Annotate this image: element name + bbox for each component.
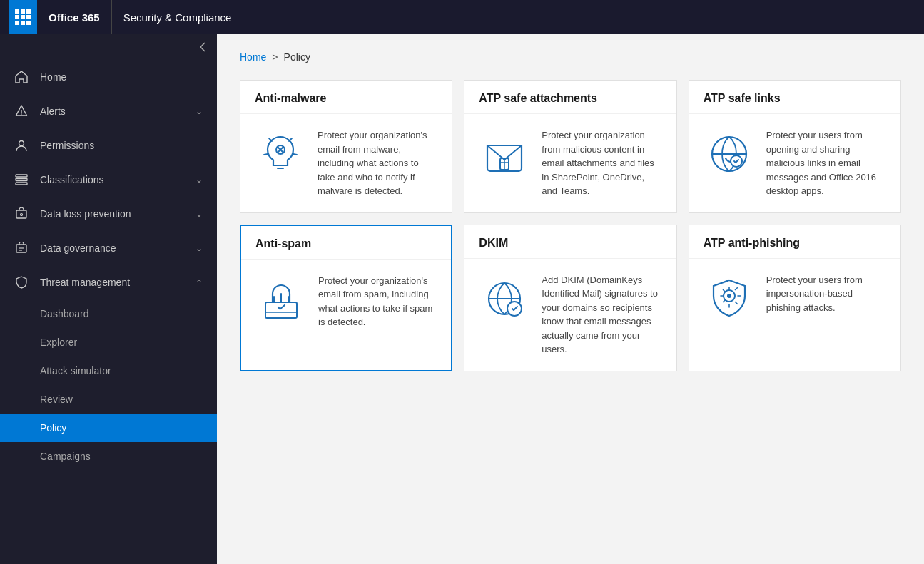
card-anti-malware-body: Protect your organization's email from m…	[240, 114, 452, 212]
home-icon	[14, 70, 29, 84]
sidebar-item-home[interactable]: Home	[0, 60, 217, 94]
sidebar-item-classifications[interactable]: Classifications ⌄	[0, 163, 217, 197]
sidebar-item-label-threat: Threat management	[40, 277, 130, 288]
sidebar-item-permissions[interactable]: Permissions	[0, 128, 217, 163]
sidebar-item-alerts[interactable]: Alerts ⌄	[0, 94, 217, 128]
sidebar-item-label-governance: Data governance	[40, 242, 116, 254]
svg-point-7	[21, 214, 23, 216]
sidebar-item-label-home: Home	[40, 71, 66, 83]
card-atp-safe-attachments-body: Protect your organization from malicious…	[464, 114, 676, 212]
sidebar-sub-item-attack-simulator[interactable]: Attack simulator	[0, 357, 217, 385]
card-dkim-title: DKIM	[464, 225, 676, 259]
card-atp-anti-phishing-title: ATP anti-phishing	[689, 225, 900, 259]
card-anti-malware-title: Anti-malware	[240, 81, 452, 114]
chevron-down-icon: ⌄	[196, 175, 203, 185]
card-atp-safe-links-desc: Protect your users from opening and shar…	[766, 128, 886, 198]
chevron-down-icon: ⌄	[196, 209, 203, 219]
card-atp-safe-links-body: Protect your users from opening and shar…	[689, 114, 900, 212]
card-atp-anti-phishing-body: Protect your users from impersonation-ba…	[689, 259, 900, 371]
svg-rect-16	[265, 302, 297, 318]
card-dkim[interactable]: DKIM Add DKIM (DomainKeys Identified Mai…	[464, 225, 676, 371]
waffle-icon	[15, 9, 31, 25]
card-atp-safe-links[interactable]: ATP safe links Protect your users from o…	[689, 80, 901, 213]
threat-icon	[14, 275, 29, 289]
anti-malware-icon	[255, 128, 306, 180]
card-atp-safe-links-title: ATP safe links	[689, 81, 900, 114]
sidebar-item-label-dlp: Data loss prevention	[40, 208, 131, 220]
chevron-down-icon: ⌄	[196, 243, 203, 253]
office365-label[interactable]: Office 365	[43, 0, 112, 34]
breadcrumb: Home > Policy	[240, 51, 901, 63]
safe-links-icon	[704, 128, 755, 180]
sidebar-sub-item-explorer[interactable]: Explorer	[0, 328, 217, 357]
top-nav: Office 365 Security & Compliance	[0, 0, 924, 34]
sidebar-item-label-alerts: Alerts	[40, 106, 66, 117]
breadcrumb-separator: >	[272, 51, 278, 63]
breadcrumb-current: Policy	[284, 51, 310, 63]
card-anti-spam-body: Protect your organization's email from s…	[241, 260, 451, 370]
policy-cards-grid: Anti-malware Protect your organization's…	[240, 80, 901, 371]
svg-rect-4	[16, 179, 27, 181]
card-atp-safe-attachments-desc: Protect your organization from malicious…	[542, 128, 661, 198]
card-dkim-body: Add DKIM (DomainKeys Identified Mail) si…	[464, 259, 676, 371]
card-atp-safe-attachments[interactable]: ATP safe attachments Protect your organi…	[464, 80, 676, 213]
waffle-button[interactable]	[9, 0, 37, 34]
governance-icon	[14, 241, 29, 255]
sidebar-sub-item-review[interactable]: Review	[0, 385, 217, 414]
svg-point-1	[21, 113, 22, 115]
card-anti-malware-desc: Protect your organization's email from m…	[318, 128, 437, 198]
sidebar-item-dlp[interactable]: Data loss prevention ⌄	[0, 197, 217, 231]
card-anti-spam[interactable]: Anti-spam Protect your organization's em…	[240, 225, 452, 371]
safe-attachments-icon	[479, 128, 530, 180]
breadcrumb-home[interactable]: Home	[240, 51, 266, 63]
chevron-up-icon: ⌄	[196, 277, 203, 287]
card-dkim-desc: Add DKIM (DomainKeys Identified Mail) si…	[542, 273, 661, 357]
dlp-icon	[14, 207, 29, 221]
card-anti-spam-desc: Protect your organization's email from s…	[318, 274, 437, 329]
card-atp-anti-phishing-desc: Protect your users from impersonation-ba…	[766, 273, 886, 315]
card-anti-malware[interactable]: Anti-malware Protect your organization's…	[240, 80, 452, 213]
svg-rect-5	[16, 183, 27, 185]
main-content: Home > Policy Anti-malware	[217, 34, 924, 564]
card-atp-anti-phishing[interactable]: ATP anti-phishing Protect your users fro…	[689, 225, 901, 371]
anti-phishing-icon	[704, 273, 755, 324]
sidebar-item-threat-management[interactable]: Threat management ⌄	[0, 265, 217, 299]
svg-rect-6	[16, 210, 26, 218]
sidebar-sub-item-dashboard[interactable]: Dashboard	[0, 299, 217, 328]
alerts-icon	[14, 104, 29, 118]
sidebar-item-governance[interactable]: Data governance ⌄	[0, 231, 217, 265]
classifications-icon	[14, 173, 29, 187]
svg-rect-3	[16, 175, 27, 177]
sidebar-collapse-button[interactable]	[0, 34, 217, 60]
permissions-icon	[14, 138, 29, 153]
svg-point-2	[19, 141, 24, 146]
svg-point-21	[727, 294, 731, 298]
sidebar-sub-item-policy[interactable]: Policy	[0, 414, 217, 442]
sidebar: Home Alerts ⌄ Permissions	[0, 34, 217, 564]
app-title: Security & Compliance	[112, 11, 232, 24]
anti-spam-icon	[255, 274, 307, 325]
card-atp-safe-attachments-title: ATP safe attachments	[464, 81, 676, 114]
sidebar-item-label-classifications: Classifications	[40, 174, 103, 185]
sidebar-item-label-permissions: Permissions	[40, 140, 94, 151]
dkim-icon	[479, 273, 530, 324]
card-anti-spam-title: Anti-spam	[241, 226, 451, 260]
chevron-down-icon: ⌄	[196, 106, 203, 116]
sidebar-sub-item-campaigns[interactable]: Campaigns	[0, 442, 217, 471]
